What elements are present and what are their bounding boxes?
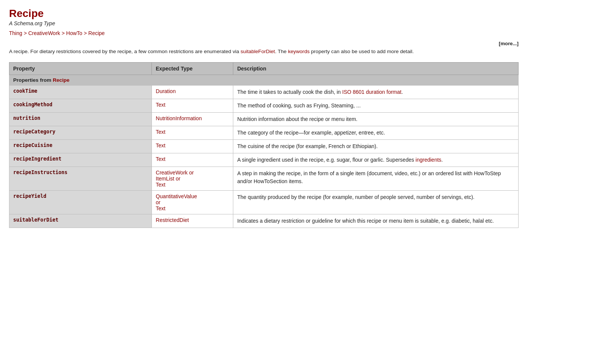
property-name-recipecuisine: recipeCuisine — [9, 140, 152, 153]
page-title: Recipe — [9, 8, 519, 20]
type-link-quantitativevalue[interactable]: QuantitativeValue — [156, 193, 197, 199]
property-name-recipeingredient: recipeIngredient — [9, 153, 152, 167]
table-row: recipeIngredient Text A single ingredien… — [9, 153, 519, 167]
type-link-text-cookingmethod[interactable]: Text — [156, 102, 165, 108]
breadcrumb-howto[interactable]: HowTo — [66, 30, 83, 36]
table-row: recipeCuisine Text The cuisine of the re… — [9, 140, 519, 153]
col-header-type: Expected Type — [152, 63, 233, 75]
properties-table: Property Expected Type Description Prope… — [9, 62, 519, 228]
type-recipeyield: QuantitativeValue or Text — [152, 191, 233, 214]
property-name-recipeinstructions: recipeInstructions — [9, 167, 152, 191]
type-link-restricteddiet[interactable]: RestrictedDiet — [156, 217, 189, 223]
property-name-recipecategory: recipeCategory — [9, 126, 152, 140]
table-row: recipeYield QuantitativeValue or Text Th… — [9, 191, 519, 214]
breadcrumb-thing[interactable]: Thing — [9, 30, 22, 36]
type-link-text-recipeinstructions[interactable]: Text — [156, 182, 165, 188]
desc-recipeyield: The quantity produced by the recipe (for… — [233, 191, 519, 214]
table-row: suitableForDiet RestrictedDiet Indicates… — [9, 214, 519, 228]
suitable-for-diet-link[interactable]: suitableForDiet — [240, 49, 275, 54]
iso8601-link[interactable]: ISO 8601 duration format — [342, 89, 401, 95]
table-row: cookTime Duration The time it takes to a… — [9, 86, 519, 99]
desc-recipecuisine: The cuisine of the recipe (for example, … — [233, 140, 519, 153]
more-link-container: [more...] — [9, 41, 519, 46]
type-link-itemlist[interactable]: ItemList — [156, 176, 174, 182]
breadcrumb-creativework[interactable]: CreativeWork — [28, 30, 60, 36]
property-name-nutrition: nutrition — [9, 113, 152, 126]
type-cookingmethod: Text — [152, 99, 233, 113]
table-row: recipeInstructions CreativeWork or ItemL… — [9, 167, 519, 191]
type-recipecategory: Text — [152, 126, 233, 140]
desc-recipecategory: The category of the recipe—for example, … — [233, 126, 519, 140]
type-link-text-recipecategory[interactable]: Text — [156, 129, 165, 135]
desc-cooktime: The time it takes to actually cook the d… — [233, 86, 519, 99]
desc-recipeinstructions: A step in making the recipe, in the form… — [233, 167, 519, 191]
breadcrumb-recipe[interactable]: Recipe — [88, 30, 105, 36]
type-recipeinstructions: CreativeWork or ItemList or Text — [152, 167, 233, 191]
property-name-recipeyield: recipeYield — [9, 191, 152, 214]
type-link-text-recipeingredient[interactable]: Text — [156, 156, 165, 162]
type-cooktime: Duration — [152, 86, 233, 99]
table-row: cookingMethod Text The method of cooking… — [9, 99, 519, 113]
col-header-description: Description — [233, 63, 519, 75]
type-recipeingredient: Text — [152, 153, 233, 167]
keywords-link[interactable]: keywords — [288, 49, 309, 54]
ingredients-link[interactable]: ingredients — [416, 157, 442, 163]
property-name-suitablefordiet: suitableForDiet — [9, 214, 152, 228]
section-header-row: Properties from Recipe — [9, 75, 519, 86]
type-suitablefordiet: RestrictedDiet — [152, 214, 233, 228]
type-link-creativework[interactable]: CreativeWork — [156, 170, 188, 176]
property-name-cookingmethod: cookingMethod — [9, 99, 152, 113]
table-row: recipeCategory Text The category of the … — [9, 126, 519, 140]
desc-suitablefordiet: Indicates a dietary restriction or guide… — [233, 214, 519, 228]
table-row: nutrition NutritionInformation Nutrition… — [9, 113, 519, 126]
section-header-cell: Properties from Recipe — [9, 75, 519, 86]
desc-nutrition: Nutrition information about the recipe o… — [233, 113, 519, 126]
property-name-cooktime: cookTime — [9, 86, 152, 99]
page-subtitle: A Schema.org Type — [9, 20, 519, 26]
col-header-property: Property — [9, 63, 152, 75]
desc-recipeingredient: A single ingredient used in the recipe, … — [233, 153, 519, 167]
type-link-text-recipecuisine[interactable]: Text — [156, 142, 165, 148]
type-link-duration[interactable]: Duration — [156, 88, 176, 94]
more-link[interactable]: [more...] — [499, 41, 519, 46]
description: A recipe. For dietary restrictions cover… — [9, 48, 519, 55]
section-from-label: Properties from — [13, 77, 53, 83]
section-type-name: Recipe — [53, 77, 70, 83]
type-link-text-recipeyield[interactable]: Text — [156, 205, 165, 211]
type-nutrition: NutritionInformation — [152, 113, 233, 126]
type-recipecuisine: Text — [152, 140, 233, 153]
desc-cookingmethod: The method of cooking, such as Frying, S… — [233, 99, 519, 113]
breadcrumb[interactable]: Thing > CreativeWork > HowTo > Recipe — [9, 30, 519, 36]
type-link-nutritioninfo[interactable]: NutritionInformation — [156, 115, 202, 121]
